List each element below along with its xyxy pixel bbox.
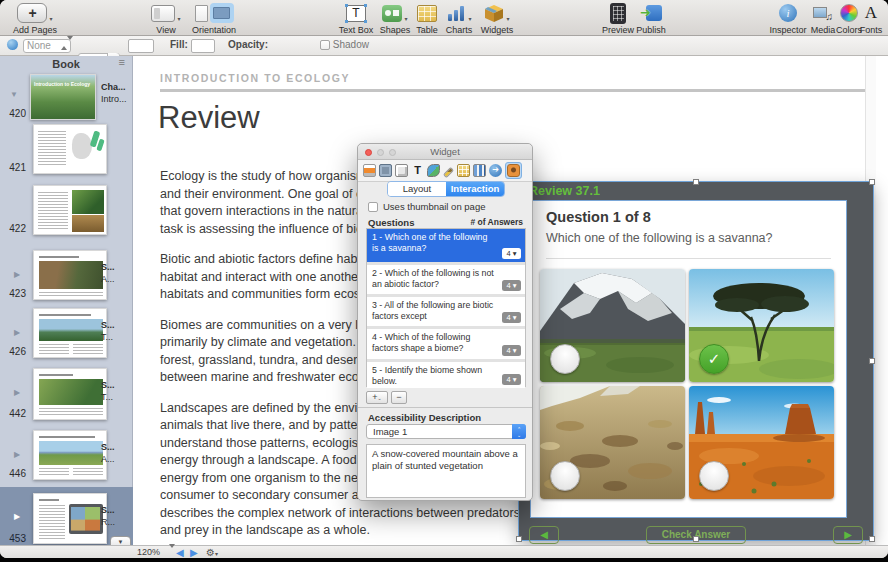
shadow-checkbox[interactable] (320, 40, 330, 50)
radio-unselected[interactable] (550, 461, 580, 491)
graphic-inspector-icon[interactable] (427, 164, 440, 177)
disclosure-right-icon[interactable]: ▶ (14, 512, 20, 521)
orientation-control[interactable]: Orientation (186, 2, 242, 35)
portrait-orientation-icon[interactable] (195, 5, 208, 22)
document-inspector-icon[interactable] (363, 164, 376, 177)
radio-selected-correct[interactable]: ✓ (699, 344, 729, 374)
thumbnail-option-row[interactable]: Uses thumbnail on page (368, 201, 485, 212)
landscape-orientation-selected[interactable] (210, 3, 234, 23)
previous-page-button[interactable]: ◀ (176, 547, 184, 558)
charts-button[interactable]: ▾ Charts (440, 2, 478, 35)
previous-question-button[interactable]: ◀ (529, 526, 559, 544)
text-color-well[interactable] (128, 39, 154, 53)
radio-unselected[interactable] (550, 344, 580, 374)
widgets-button[interactable]: ▾ Widgets (476, 2, 518, 35)
table-inspector-icon[interactable] (457, 164, 470, 177)
tab-layout[interactable]: Layout (388, 182, 446, 196)
page-thumbnail-420[interactable]: Introduction to Ecology (30, 74, 96, 120)
remove-question-button[interactable]: − (391, 391, 407, 404)
page-thumbnail-453-selected[interactable] (33, 493, 107, 544)
text-lines (39, 408, 103, 416)
page-thumbnail-446[interactable] (33, 430, 107, 480)
inspector-icon: i (779, 4, 797, 22)
question-item[interactable]: 3 - All of the following are biotic fact… (367, 297, 525, 326)
questions-list[interactable]: 1 - Which one of the following is a sava… (366, 228, 526, 387)
selection-handle[interactable] (693, 536, 699, 542)
widget-inspector-window[interactable]: Widget T ➔ Layout Interaction Uses thumb… (357, 143, 533, 501)
shadow-option[interactable]: Shadow (320, 39, 369, 50)
add-question-button[interactable]: +⌄ (366, 391, 388, 404)
selection-handle[interactable] (693, 179, 699, 185)
disclosure-right-icon[interactable]: ▶ (14, 328, 20, 337)
radio-unselected[interactable] (699, 461, 729, 491)
answers-count-dropdown[interactable]: 4 ▾ (502, 312, 521, 323)
close-icon[interactable] (365, 149, 372, 156)
metrics-inspector-icon[interactable] (443, 167, 454, 178)
disclosure-down-icon[interactable]: ▼ (10, 90, 18, 99)
answers-count-dropdown[interactable]: 4 ▾ (502, 280, 521, 291)
page-thumbnail-423[interactable] (33, 250, 107, 300)
fonts-button[interactable]: A Fonts (858, 2, 884, 35)
text-box-button[interactable]: T Text Box (336, 2, 376, 35)
minimize-icon[interactable] (377, 149, 384, 156)
selection-handle[interactable] (869, 536, 875, 542)
answers-count-dropdown[interactable]: 4 ▾ (502, 374, 521, 385)
shapes-button[interactable]: ▾ Shapes (376, 2, 414, 35)
section-label: S... (101, 380, 115, 390)
answer-option-mountain[interactable] (540, 269, 685, 382)
selection-handle[interactable] (869, 179, 875, 185)
next-page-button[interactable]: ▶ (190, 547, 198, 558)
answers-count-dropdown[interactable]: 4 ▾ (502, 248, 521, 259)
question-item[interactable]: 5 - Identify the biome shown below.4 ▾ (367, 362, 525, 388)
question-item[interactable]: 4 - Which of the following factors shape… (367, 329, 525, 359)
page-thumbnail-422[interactable] (33, 185, 107, 235)
answer-option-desert[interactable] (689, 386, 834, 499)
tab-interaction[interactable]: Interaction (446, 182, 504, 196)
page-thumbnail-426[interactable] (33, 308, 107, 358)
answer-option-savanna[interactable]: ✓ (689, 269, 834, 382)
widget-inspector-tab-selected[interactable] (505, 162, 522, 179)
link-inspector-icon[interactable]: ➔ (489, 164, 502, 177)
disclosure-right-icon[interactable]: ▶ (14, 450, 20, 459)
image-selector-dropdown[interactable]: Image 1 ⌃⌄ (366, 424, 526, 439)
selection-handle[interactable] (516, 536, 522, 542)
publish-button[interactable]: ➔ Publish (632, 2, 670, 35)
wrap-inspector-icon[interactable] (379, 164, 392, 177)
zoom-stepper-icon[interactable] (163, 548, 175, 558)
disclosure-right-icon[interactable]: ▶ (14, 388, 20, 397)
next-question-button[interactable]: ▶ (833, 526, 863, 544)
stepper-icon (61, 41, 69, 51)
shadow-label: Shadow (333, 39, 369, 50)
paragraph-style-select[interactable]: None (23, 39, 71, 53)
africa-map-graphic (72, 133, 92, 159)
answers-count-header: # of Answers (470, 217, 523, 227)
layout-inspector-icon[interactable] (395, 164, 408, 177)
table-button[interactable]: Table (411, 2, 443, 35)
page-thumbnail-421[interactable] (33, 124, 107, 174)
accessibility-description-textarea[interactable]: A snow-covered mountain above a plain of… (366, 444, 526, 498)
chart-inspector-icon[interactable] (473, 164, 486, 177)
selection-handle[interactable] (869, 358, 875, 364)
page-thumbnail-442[interactable] (33, 368, 107, 420)
text-inspector-icon[interactable]: T (411, 164, 424, 177)
question-item-selected[interactable]: 1 - Which one of the following is a sava… (367, 229, 525, 262)
chevron-down-icon: ▾ (404, 15, 407, 22)
answers-count-dropdown[interactable]: 4 ▾ (502, 345, 521, 356)
widgets-label: Widgets (476, 25, 518, 35)
header-rule (160, 89, 872, 92)
thumbnail-checkbox[interactable] (368, 202, 378, 212)
disclosure-right-icon[interactable]: ▶ (14, 270, 20, 279)
fill-color-well[interactable] (191, 39, 215, 53)
add-pages-button[interactable]: +▾ Add Pages (8, 2, 62, 35)
zoom-level-control[interactable]: 120% (137, 547, 160, 557)
page-actions-gear[interactable]: ⚙▾ (206, 547, 218, 558)
inspector-button[interactable]: i Inspector (766, 2, 810, 35)
question-item[interactable]: 2 - Which of the following is not an abi… (367, 265, 525, 294)
answer-option-tundra[interactable] (540, 386, 685, 499)
zoom-icon[interactable] (389, 149, 396, 156)
view-button[interactable]: ▾ View (146, 2, 186, 35)
inspector-titlebar[interactable]: Widget (358, 144, 532, 160)
style-sphere-icon[interactable] (7, 39, 18, 50)
review-widget-frame[interactable]: Review 37.1 Question 1 of 8 Which one of… (519, 182, 873, 540)
sidebar-menu-icon[interactable]: ≡ (119, 56, 125, 68)
